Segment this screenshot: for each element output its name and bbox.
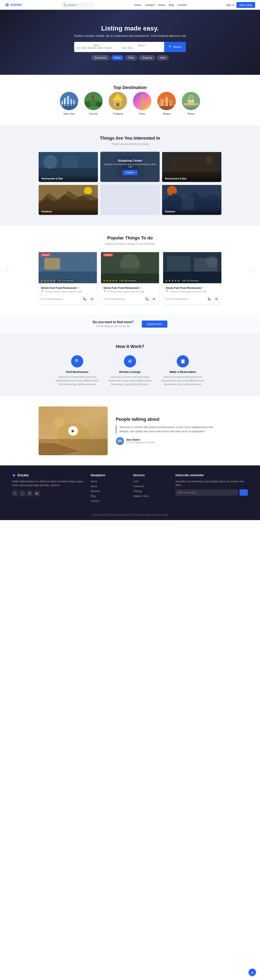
interest-card-outdoor1[interactable]: Outdoor (39, 185, 98, 215)
nav-link-blog[interactable]: Blog (169, 3, 174, 6)
dest-toronto-img (84, 92, 103, 110)
social-twitter-button[interactable]: t (19, 491, 25, 496)
footer-newsletter-desc: Subscribe our newsletter to get updates … (175, 480, 248, 487)
interest-card-shopping[interactable]: Shopping Center Discover & connect two-w… (100, 152, 160, 182)
footer-service-care[interactable]: Care (133, 480, 169, 483)
listing-3-phone-button[interactable]: 📞 (207, 296, 212, 302)
destination-thailand[interactable]: Thailand (109, 92, 127, 115)
nav-link-home[interactable]: Home (134, 3, 141, 6)
testimonial-quote: "Discover & connect with great local bus… (116, 425, 221, 434)
hero-tag-home[interactable]: Home (111, 55, 124, 60)
nav-search-input[interactable] (68, 3, 92, 6)
footer-brand: Gricklo Saddo aliquid tempor inc dolunt … (12, 474, 85, 504)
logo-icon (5, 3, 10, 7)
listing-1-phone-button[interactable]: 📞 (82, 296, 87, 302)
destination-rome[interactable]: Rome (182, 92, 200, 115)
social-linkedin-button[interactable]: in (27, 491, 33, 496)
destination-toronto[interactable]: Toronto (84, 92, 103, 115)
interest-card-restaurant1[interactable]: Restaurant & Bar (39, 152, 98, 182)
footer-link-about[interactable]: About (91, 485, 127, 488)
interest-card-outdoor2[interactable]: Outdoor (162, 185, 221, 215)
newsletter-email-input[interactable] (175, 489, 238, 496)
listing-2-mail-button[interactable]: ✉ (151, 296, 157, 302)
interest-outdoor1-label: Outdoor (39, 207, 98, 215)
footer-logo: Gricklo (12, 474, 85, 477)
social-youtube-button[interactable]: ▶ (34, 491, 40, 496)
nav-logo[interactable]: Gricklo (5, 3, 22, 7)
svg-rect-71 (64, 256, 83, 272)
hero-what-label: What? (77, 44, 116, 46)
listing-card-3[interactable]: ★ ★ ★ ★ ★ 4.90 (230 Reviews) Gloria Fast… (163, 251, 221, 304)
footer-newsletter-title: Subscribe newsletter (175, 474, 248, 477)
footer-nav-links: Home About Services Blog Contact (91, 480, 127, 503)
listing-3-stars: ★ ★ ★ ★ ★ 4.90 (230 Reviews) (165, 279, 200, 282)
footer-link-services[interactable]: Services (91, 489, 127, 493)
nav-link-listing[interactable]: Listing ▾ (145, 3, 155, 6)
svg-rect-24 (139, 100, 145, 101)
video-play-button[interactable]: ▶ (68, 426, 78, 436)
dest-paris-svg (133, 92, 151, 110)
popular-grid: Closed ★ ★ ★ ★ ★ 4.80 (230 Reviews) Glor… (39, 251, 221, 304)
hero-tag-restaurant[interactable]: Restaurant (91, 55, 109, 60)
hero-tag-hotel[interactable]: Hotel (157, 55, 169, 60)
footer-logo-icon (12, 474, 16, 477)
verified-icon-1: ✔ (78, 286, 79, 290)
dest-newyork-svg (60, 92, 78, 110)
nav-actions: Sign In Add Listing (226, 2, 255, 8)
footer-service-treatment[interactable]: Treatment (133, 485, 169, 488)
hero-where-input[interactable] (122, 46, 161, 49)
dest-thailand-img (109, 92, 127, 110)
explore-more-count: 10,563 listing for you on our list. (93, 325, 134, 328)
listing-1-actions: 📞 ✉ (82, 296, 94, 302)
hero-title: Listing made easy. (74, 25, 186, 32)
explore-more-button[interactable]: Explore More (142, 320, 167, 328)
newsletter-submit-button[interactable]: → (239, 489, 248, 496)
testimonial-content: People talking about "Discover & connect… (116, 417, 221, 445)
review-listings-icon: ⚙ (124, 355, 136, 368)
listing-1-footer: 🍽 Food & Restaurant 📞 ✉ (41, 294, 94, 302)
svg-rect-80 (167, 256, 190, 272)
nav-search-box[interactable]: 🔍 (61, 2, 95, 7)
footer-link-contact[interactable]: Contact (91, 499, 127, 503)
social-facebook-button[interactable]: f (12, 491, 18, 496)
listing-3-mail-button[interactable]: ✉ (214, 296, 219, 302)
dest-paris-img (133, 92, 151, 110)
interest-shopping-desc: Discover & connect two-way local busines… (103, 163, 157, 168)
svg-rect-25 (140, 103, 144, 104)
signin-button[interactable]: Sign In (226, 3, 234, 6)
footer-service-training[interactable]: Training (133, 489, 169, 493)
listing-2-phone-button[interactable]: 📞 (144, 296, 150, 302)
hero-search-button[interactable]: 🔍 Search (164, 42, 186, 52)
how-step-reserve: 📋 Make a Reservation Discover & connect … (160, 355, 205, 386)
nav-link-contact[interactable]: Contact (178, 3, 187, 6)
destination-newyork[interactable]: New York (60, 92, 78, 115)
footer-service-hygiene[interactable]: Hygiene: Care (133, 494, 169, 498)
listing-3-category: 🍽 Food & Restaurant (166, 298, 187, 300)
popular-prev-button[interactable]: ‹ (4, 266, 11, 273)
footer-link-home[interactable]: Home (91, 480, 127, 483)
footer-brand-desc: Saddo aliquid tempor inc dolunt ut labor… (12, 480, 85, 487)
footer-social: f t in ▶ (12, 491, 85, 496)
footer-services-title: Services (133, 474, 169, 477)
add-listing-button[interactable]: Add Listing (236, 2, 255, 8)
listing-card-1[interactable]: Closed ★ ★ ★ ★ ★ 4.80 (230 Reviews) Glor… (39, 251, 97, 304)
listing-1-mail-button[interactable]: ✉ (89, 296, 94, 302)
hero-tag-party[interactable]: Party (125, 55, 137, 60)
hero-tag-shopping[interactable]: Shopping (139, 55, 155, 60)
footer-link-blog[interactable]: Blog (91, 494, 127, 498)
location-icon-1: 📍 (41, 290, 44, 293)
hero-what-input[interactable] (77, 46, 116, 49)
interest-outdoor2-label: Outdoor (162, 207, 221, 215)
listing-card-2[interactable]: Closed ★ ★ ★ ★ ★ 4.80 (250 Reviews) Glor… (101, 251, 159, 304)
nav-link-about[interactable]: About (158, 3, 165, 6)
svg-rect-31 (165, 97, 168, 106)
destination-dhaka[interactable]: Dhaka (157, 92, 176, 115)
popular-next-button[interactable]: › (249, 266, 256, 273)
footer-newsletter-col: Subscribe newsletter Subscribe our newsl… (175, 474, 248, 504)
interests-section: Things Are You Interested In Things you … (0, 126, 260, 225)
explore-more-section: Do you want to find more? 10,563 listing… (0, 314, 260, 334)
interest-explore-button[interactable]: Explore (123, 170, 138, 175)
listing-img-1: Closed ★ ★ ★ ★ ★ 4.80 (230 Reviews) (39, 251, 97, 284)
interest-card-restaurant2[interactable]: Restaurant & Bar (162, 152, 221, 182)
destination-paris[interactable]: Paris (133, 92, 151, 115)
